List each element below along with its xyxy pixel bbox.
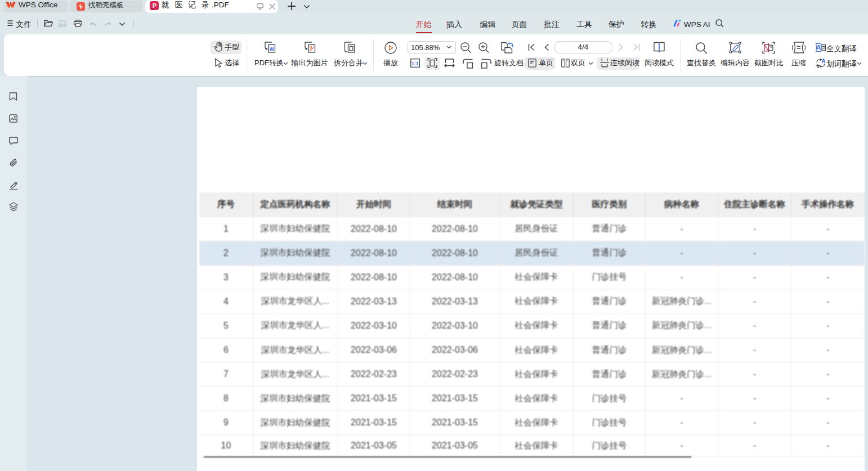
svg-text:A: A: [816, 44, 821, 51]
svg-text:P: P: [153, 2, 156, 9]
svg-text:文: 文: [816, 64, 821, 69]
svg-text:A: A: [821, 58, 825, 64]
svg-text:1:1: 1:1: [411, 61, 419, 66]
